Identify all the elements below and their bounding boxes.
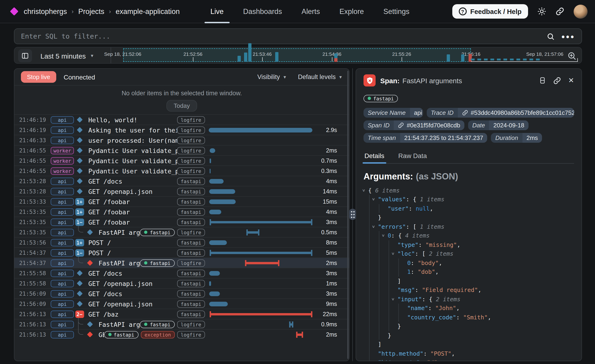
logfire-chip[interactable]: logfire	[177, 259, 205, 267]
service-tag-worker[interactable]: worker	[51, 147, 74, 154]
field-date[interactable]: Date2024-09-18	[468, 120, 529, 130]
field-span-id[interactable]: Span ID#0e31f5fd70e08cdb	[363, 120, 464, 130]
close-icon[interactable]: ✕	[568, 76, 574, 85]
service-tag-api[interactable]: api	[51, 188, 74, 195]
fastapi-chip[interactable]: fastapi	[177, 239, 205, 246]
collapse-badge[interactable]: 1+	[75, 239, 84, 246]
collapse-badge[interactable]: 1+	[75, 208, 84, 215]
breadcrumb-project[interactable]: example-application	[115, 7, 180, 15]
json-line[interactable]: "msg": "Field required",	[363, 285, 574, 294]
logfire-chip[interactable]: logfire	[177, 321, 205, 328]
log-row[interactable]: 21:46:19apiHello, world!logfire	[14, 114, 349, 125]
fastapi-chip[interactable]: fastapi	[104, 331, 139, 338]
theme-toggle-icon[interactable]	[537, 7, 546, 16]
collapse-chevron-icon[interactable]: ∨	[372, 197, 375, 201]
fastapi-chip[interactable]: fastapi	[177, 310, 205, 318]
log-row[interactable]: 21:56:13api2−GET /bazfastapi22ms	[14, 309, 349, 319]
service-tag-api[interactable]: api	[51, 310, 74, 318]
fastapi-tag-chip[interactable]: fastapi	[363, 95, 398, 102]
json-line[interactable]: "http.route": "/",	[363, 358, 574, 361]
fastapi-chip[interactable]: fastapi	[140, 259, 175, 267]
sql-filter-bar[interactable]: Enter SQL to filter... ●●●	[14, 28, 582, 44]
fastapi-chip[interactable]: fastapi	[177, 218, 205, 226]
panel-resize-handle[interactable]	[349, 209, 356, 220]
tab-explore[interactable]: Explore	[339, 0, 364, 23]
collapse-badge[interactable]: 1+	[75, 198, 84, 205]
log-row[interactable]: 21:56:13apiFastAPI argumentsfastapilogfi…	[14, 319, 349, 329]
service-tag-api[interactable]: api	[51, 198, 74, 205]
logfire-chip[interactable]: logfire	[177, 167, 205, 175]
tab-live[interactable]: Live	[210, 0, 224, 23]
json-line[interactable]: ∨"errors": [ 1 items	[363, 222, 574, 231]
collapse-chevron-icon[interactable]: ∨	[382, 234, 385, 238]
more-ellipsis-icon[interactable]: ●●●	[561, 33, 575, 40]
share-link-icon[interactable]	[555, 7, 564, 16]
log-row[interactable]: 21:55:58apiGET /openapi.jsonfastapi1ms	[14, 278, 349, 288]
collapse-chevron-icon[interactable]: ∨	[391, 297, 395, 301]
log-row[interactable]: 21:53:56api1+POST /fastapi8ms	[14, 237, 349, 247]
log-row[interactable]: 21:53:28apiGET /openapi.jsonfastapi14ms	[14, 186, 349, 196]
fastapi-chip[interactable]: fastapi	[140, 321, 175, 328]
user-avatar[interactable]	[574, 4, 588, 18]
service-tag-api[interactable]: api	[51, 259, 74, 267]
logfire-chip[interactable]: logfire	[177, 147, 205, 154]
exception-chip[interactable]: exception	[141, 331, 175, 338]
stop-live-button[interactable]: Stop live	[21, 71, 56, 83]
collapse-badge[interactable]: 1−	[75, 249, 84, 256]
fastapi-chip[interactable]: fastapi	[177, 188, 205, 195]
copy-link-icon[interactable]	[553, 77, 561, 84]
log-row[interactable]: 21:53:33api1+GET /foobarfastapi15ms	[14, 196, 349, 207]
feedback-help-button[interactable]: ? Feedback / Help	[452, 4, 528, 19]
service-tag-api[interactable]: api	[51, 239, 74, 246]
service-tag-api[interactable]: api	[51, 300, 74, 307]
log-row[interactable]: 21:46:33apiuser processed: User(name='An…	[14, 135, 349, 145]
log-row[interactable]: 21:46:55workerPydantic User validate_pyt…	[14, 165, 349, 176]
breadcrumb-projects[interactable]: Projects	[78, 7, 104, 15]
log-row[interactable]: 21:53:35apiFastAPI argumentsfastapilogfi…	[14, 227, 349, 237]
logfire-chip[interactable]: logfire	[177, 228, 205, 236]
today-button[interactable]: Today	[166, 100, 197, 112]
field-trace-id[interactable]: Trace ID#53ddc40980a86b57bfe89c1cc01c752…	[427, 108, 574, 117]
log-row[interactable]: 21:53:35api1−GET /foobarfastapi3ms	[14, 217, 349, 227]
logfire-chip[interactable]: logfire	[177, 157, 205, 164]
tab-alerts[interactable]: Alerts	[301, 0, 320, 23]
collapse-badge[interactable]: 2−	[75, 310, 84, 318]
service-tag-api[interactable]: api	[51, 280, 74, 287]
service-tag-api[interactable]: api	[51, 321, 74, 328]
search-icon[interactable]	[547, 32, 555, 40]
service-tag-api[interactable]: api	[51, 228, 74, 236]
log-row[interactable]: 21:55:58apiGET /docsfastapi3ms	[14, 268, 349, 278]
service-tag-api[interactable]: api	[51, 331, 74, 338]
fastapi-chip[interactable]: fastapi	[177, 269, 205, 277]
fastapi-chip[interactable]: fastapi	[177, 300, 205, 307]
json-line[interactable]: ∨"values": { 1 items	[363, 195, 574, 204]
json-line[interactable]: }	[363, 213, 574, 222]
json-line[interactable]: }	[363, 331, 574, 340]
json-line[interactable]: ]	[363, 340, 574, 349]
log-row[interactable]: 21:53:35api1+GET /foobarfastapi4ms	[14, 207, 349, 217]
fastapi-chip[interactable]: fastapi	[140, 228, 175, 236]
logfire-chip[interactable]: logfire	[177, 116, 205, 123]
field-duration[interactable]: Duration2ms	[491, 133, 542, 143]
fastapi-chip[interactable]: fastapi	[177, 249, 205, 256]
sql-filter-input[interactable]: Enter SQL to filter...	[21, 33, 540, 40]
tab-raw-data[interactable]: Raw Data	[397, 150, 428, 163]
logfire-chip[interactable]: logfire	[177, 126, 205, 134]
collapse-chevron-icon[interactable]: ∨	[391, 252, 395, 256]
json-line[interactable]: }	[363, 322, 574, 331]
json-line[interactable]: 0: "body",	[363, 258, 574, 267]
log-row[interactable]: 21:54:37api1−POST /fastapi5ms	[14, 247, 349, 257]
json-line[interactable]: "http.method": "POST",	[363, 349, 574, 358]
log-row[interactable]: 21:46:55workerPydantic User validate_pyt…	[14, 155, 349, 165]
log-row[interactable]: 21:56:09apiGET /docsfastapi3ms	[14, 288, 349, 299]
service-tag-api[interactable]: api	[51, 208, 74, 215]
json-line[interactable]: ∨{ 6 items	[363, 186, 574, 195]
logfire-chip[interactable]: logfire	[177, 331, 205, 338]
json-line[interactable]: ∨"input": { 2 items	[363, 294, 574, 304]
field-time-span[interactable]: Time span21:54:37.235 to 21:54:37.237	[363, 133, 487, 143]
service-tag-worker[interactable]: worker	[51, 167, 74, 175]
log-row[interactable]: 21:46:19apiAsking the user for their bir…	[14, 125, 349, 135]
logfire-chip[interactable]: logfire	[177, 136, 205, 144]
json-line[interactable]: 1: "dob",	[363, 267, 574, 276]
collapse-chevron-icon[interactable]: ∨	[372, 225, 375, 229]
